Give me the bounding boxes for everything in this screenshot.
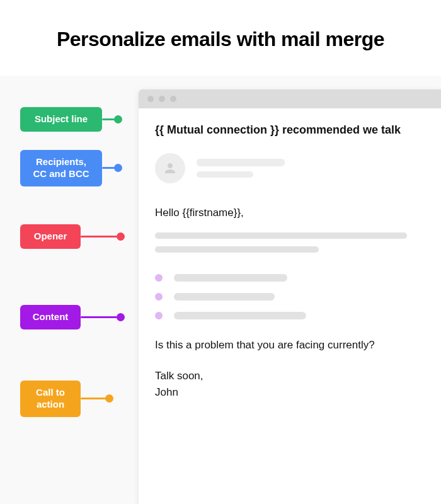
connector-line xyxy=(81,316,117,318)
placeholder-line xyxy=(155,246,319,253)
callout-recipients: Recipients, CC and BCC xyxy=(20,150,122,186)
page-title: Personalize emails with mail merge xyxy=(0,0,441,51)
avatar xyxy=(155,153,185,183)
connector xyxy=(81,394,113,403)
connector-node xyxy=(105,394,113,403)
email-body: {{ Mutual connection }} recommended we t… xyxy=(139,108,441,413)
bullet-item xyxy=(155,312,422,319)
callout-opener: Opener xyxy=(20,224,125,249)
label-recipients: Recipients, CC and BCC xyxy=(20,150,102,186)
connector-line xyxy=(102,167,115,169)
placeholder-line xyxy=(174,312,306,319)
placeholder-line xyxy=(197,159,285,166)
window-titlebar xyxy=(139,89,441,108)
connector-node xyxy=(117,232,125,241)
placeholder-line xyxy=(197,171,253,178)
callout-content: Content xyxy=(20,305,125,329)
placeholder-line xyxy=(174,293,275,301)
label-content: Content xyxy=(20,305,81,329)
bullet-list xyxy=(155,274,422,319)
email-subject: {{ Mutual connection }} recommended we t… xyxy=(155,123,422,137)
callout-cta: Call to action xyxy=(20,381,113,417)
diagram-stage: {{ Mutual connection }} recommended we t… xyxy=(0,76,441,504)
connector xyxy=(81,232,125,241)
callout-subject: Subject line xyxy=(20,107,122,132)
email-greeting: Hello {{firstname}}, xyxy=(155,205,422,221)
bullet-icon xyxy=(155,312,163,319)
sender-row xyxy=(155,153,422,183)
connector-line xyxy=(81,398,106,399)
connector xyxy=(102,164,122,172)
label-opener: Opener xyxy=(20,224,81,249)
connector-line xyxy=(81,236,117,238)
bullet-icon xyxy=(155,293,163,301)
email-signature: John xyxy=(155,384,422,401)
window-dot xyxy=(147,96,154,102)
connector xyxy=(81,313,125,321)
connector-line xyxy=(102,118,115,120)
sender-placeholder xyxy=(197,154,285,183)
email-signoff: Talk soon, xyxy=(155,368,422,384)
connector xyxy=(102,115,122,123)
placeholder-line xyxy=(174,274,287,282)
bullet-item xyxy=(155,274,422,282)
window-dot xyxy=(159,96,165,102)
placeholder-line xyxy=(155,232,407,239)
label-subject-line: Subject line xyxy=(20,107,102,132)
window-dot xyxy=(170,96,176,102)
connector-node xyxy=(114,115,122,123)
bullet-item xyxy=(155,293,422,301)
connector-node xyxy=(114,164,122,172)
email-window: {{ Mutual connection }} recommended we t… xyxy=(139,89,441,504)
person-icon xyxy=(163,161,178,176)
bullet-icon xyxy=(155,274,163,282)
email-cta-question: Is this a problem that you are facing cu… xyxy=(155,337,422,353)
connector-node xyxy=(117,313,125,321)
label-call-to-action: Call to action xyxy=(20,381,81,417)
